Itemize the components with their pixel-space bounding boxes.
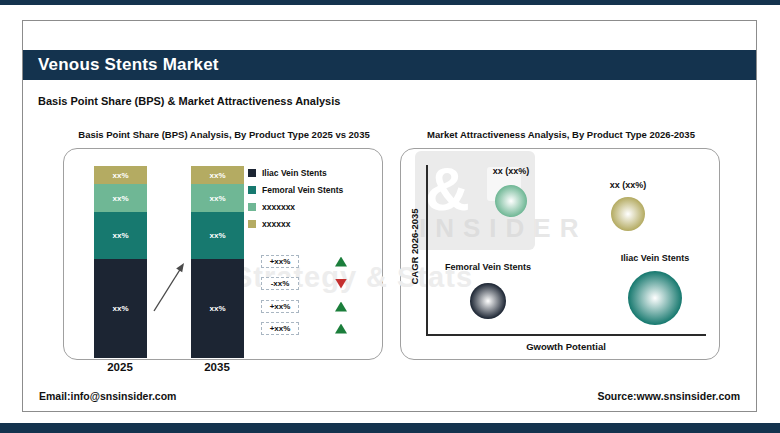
legend-label: xxxxxx — [262, 219, 290, 229]
bps-change-row: +xx% — [261, 322, 347, 335]
x-axis-title: Gwowth Potential — [426, 341, 706, 352]
legend-item: xxxxxx — [248, 215, 343, 232]
y-axis-line — [426, 165, 428, 335]
segment-value: xx% — [112, 171, 128, 180]
segment-value: xx% — [112, 304, 128, 313]
bps-chart-title: Basis Point Share (BPS) Analysis, By Pro… — [63, 129, 385, 140]
bar-segment: xx% — [94, 259, 147, 358]
bps-change-value: +xx% — [261, 255, 299, 268]
bubble-femoral-vein-stents — [470, 283, 506, 319]
bar-segment: xx% — [191, 212, 244, 259]
legend-label: xxxxxxx — [262, 202, 295, 212]
legend-label: Iliac Vein Stents — [262, 168, 327, 178]
legend-item: xxxxxxx — [248, 198, 343, 215]
bubble-olive — [611, 197, 645, 231]
bps-change-value: +xx% — [261, 322, 299, 335]
legend-swatch — [248, 186, 256, 194]
legend-label: Femoral Vein Stents — [262, 185, 343, 195]
legend-item: Iliac Vein Stents — [248, 164, 343, 181]
trend-up-icon — [335, 257, 347, 267]
legend-swatch — [248, 203, 256, 211]
bps-change-row: +xx% — [261, 255, 347, 268]
stacked-bar-2035: xx% xx% xx% xx% — [191, 166, 244, 358]
attractiveness-chart-title: Market Attractiveness Analysis, By Produ… — [400, 129, 722, 140]
bps-chart-panel: xx% xx% xx% xx% xx% xx% xx% xx% Iliac Ve… — [63, 148, 383, 360]
bps-change-row: -xx% — [261, 277, 347, 290]
legend-item: Femoral Vein Stents — [248, 181, 343, 198]
bottom-accent-bar — [0, 423, 780, 433]
segment-value: xx% — [209, 304, 225, 313]
trend-down-icon — [335, 279, 347, 289]
bar-segment: xx% — [191, 259, 244, 358]
bubble-iliac-vein-stents — [628, 271, 682, 325]
bubble-label: Iliac Vein Stents — [590, 253, 720, 263]
trend-up-icon — [335, 302, 347, 312]
page-subtitle: Basis Point Share (BPS) & Market Attract… — [38, 95, 340, 107]
trend-up-icon — [335, 324, 347, 334]
x-axis-label-2035: 2035 — [187, 361, 247, 373]
segment-value: xx% — [209, 194, 225, 203]
bubble-label: xx (xx%) — [563, 180, 693, 190]
content-frame: Venous Stents Market Basis Point Share (… — [22, 20, 757, 412]
attractiveness-chart-panel: CAGR 2026-2035 Gwowth Potential xx (xx%)… — [400, 148, 720, 360]
segment-value: xx% — [112, 231, 128, 240]
bar-segment: xx% — [191, 166, 244, 184]
footer-source: Source:www.snsinsider.com — [597, 390, 740, 402]
y-axis-title: CAGR 2026-2035 — [409, 192, 420, 302]
segment-value: xx% — [209, 171, 225, 180]
legend-swatch — [248, 169, 256, 177]
segment-value: xx% — [112, 194, 128, 203]
legend-swatch — [248, 220, 256, 228]
bar-segment: xx% — [94, 184, 147, 212]
bps-change-value: -xx% — [261, 277, 299, 290]
x-axis-line — [426, 334, 706, 336]
bar-segment: xx% — [94, 166, 147, 184]
growth-arrow-icon — [150, 259, 190, 317]
bps-change-value: +xx% — [261, 300, 299, 313]
segment-value: xx% — [209, 231, 225, 240]
bubble-seafoam — [495, 185, 527, 217]
bps-legend: Iliac Vein Stents Femoral Vein Stents xx… — [248, 164, 343, 232]
stacked-bar-2025: xx% xx% xx% xx% — [94, 166, 147, 358]
bubble-label: Femoral Vein Stents — [423, 262, 553, 272]
bps-change-row: +xx% — [261, 300, 347, 313]
title-banner: Venous Stents Market — [23, 50, 756, 80]
x-axis-label-2025: 2025 — [90, 361, 150, 373]
bar-segment: xx% — [94, 212, 147, 259]
top-accent-bar — [0, 0, 780, 5]
page-title: Venous Stents Market — [23, 50, 756, 80]
footer-email: Email:info@snsinsider.com — [39, 390, 176, 402]
bar-segment: xx% — [191, 184, 244, 212]
bubble-label: xx (xx%) — [446, 166, 576, 176]
